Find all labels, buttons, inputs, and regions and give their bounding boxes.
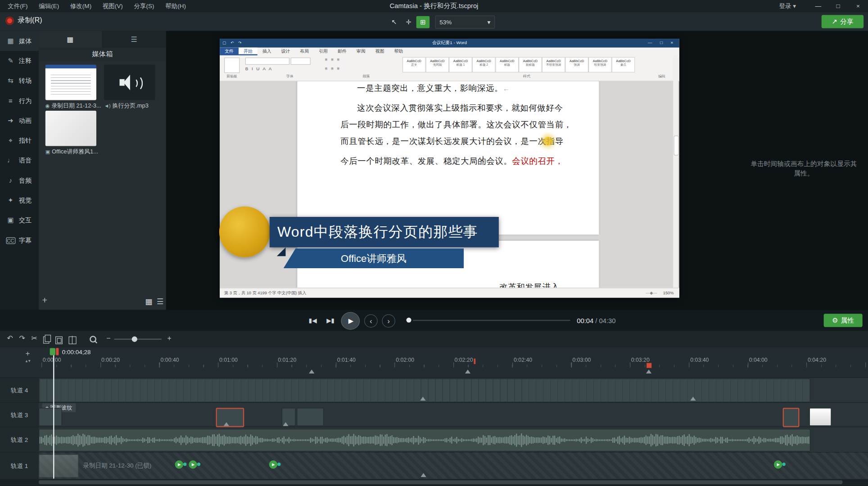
media-item-recording-label[interactable]: ◉ 录制日期 21-12-3... xyxy=(45,102,103,109)
menu-view[interactable]: 视图(V) xyxy=(98,0,127,12)
sidebar-item-audio[interactable]: ♪音频 xyxy=(0,171,39,190)
cursor-effect-marker[interactable]: ▶ xyxy=(189,460,197,468)
split-clip-button[interactable] xyxy=(68,337,76,344)
media-item-audio-thumb[interactable] xyxy=(104,65,155,100)
ruler-label: 0:04:20 xyxy=(808,357,826,363)
split-button[interactable]: ✂ xyxy=(29,334,40,342)
track-2-audio-clip[interactable] xyxy=(39,429,810,451)
playhead-line[interactable] xyxy=(53,355,54,478)
timeline-marker-red[interactable] xyxy=(646,363,651,368)
track-3-clip-selected[interactable] xyxy=(783,408,800,427)
overlay-subtitle-banner[interactable]: Office讲师雅风 xyxy=(284,248,464,268)
menu-modify[interactable]: 修改(M) xyxy=(66,0,96,12)
style-tile: AaBbCcD副标题 xyxy=(519,57,542,72)
sidebar-item-animations[interactable]: ➜动画 xyxy=(0,111,39,130)
timeline-ruler[interactable]: 0:00:00 0:00:20 0:00:40 0:01:00 0:01:20 … xyxy=(39,356,868,368)
cursor-effect-marker[interactable]: ▶ xyxy=(175,460,183,468)
record-button[interactable]: 录制(R) xyxy=(5,15,42,25)
add-track-button[interactable]: + xyxy=(26,349,30,358)
step-forward-button[interactable]: ▶▮ xyxy=(326,315,335,325)
canvas-area[interactable]: 会议纪要1 - Word ▢ ↶ ↷ — □ × 文件 开始 插入 设计 布局 … xyxy=(166,31,868,310)
hscrollbar-thumb[interactable] xyxy=(39,480,842,484)
play-button[interactable]: ▶ xyxy=(341,312,360,329)
timeline-zoom-handle[interactable] xyxy=(132,337,137,342)
word-ribbon-tabs: 文件 开始 插入 设计 布局 引用 邮件 审阅 视图 帮助 xyxy=(220,48,679,56)
sidebar-item-visual[interactable]: ✦视觉 xyxy=(0,190,39,210)
jump-start-button[interactable]: ▮◀ xyxy=(308,315,318,325)
overlay-title-banner[interactable]: Word中段落换行分页的那些事 xyxy=(270,217,499,248)
media-tab-list[interactable]: ☰ xyxy=(102,31,166,48)
previous-clip-button[interactable]: ‹ xyxy=(364,314,378,328)
scrubber-handle[interactable] xyxy=(407,318,411,323)
clip-marker[interactable] xyxy=(690,397,696,401)
scrubber-track[interactable] xyxy=(413,320,570,321)
keyframe-marker[interactable] xyxy=(465,369,470,374)
track-3-header[interactable]: 轨道 3 xyxy=(0,402,39,427)
keyframe-marker[interactable] xyxy=(309,369,314,374)
copy-button[interactable] xyxy=(43,337,50,344)
pan-tool[interactable]: ✛ xyxy=(402,16,416,28)
word-ribbon: B I U A A ≡ ≡ ≡ ≡ ≡ ≡ AaBbCcD正文 AaBbCcD无… xyxy=(220,55,679,81)
track-3-clip-selected[interactable] xyxy=(216,408,244,427)
group-label-styles: 样式 xyxy=(523,74,530,79)
sidebar-item-annotations[interactable]: ✎注释 xyxy=(0,51,39,71)
timeline-zoom-track[interactable] xyxy=(114,339,162,340)
close-button[interactable]: × xyxy=(848,0,868,12)
track-3-clip[interactable] xyxy=(39,408,62,426)
paste-button[interactable] xyxy=(55,337,63,344)
timeline-hscrollbar[interactable] xyxy=(0,479,868,486)
menu-help[interactable]: 帮助(H) xyxy=(161,0,190,12)
sidebar-item-interactivity[interactable]: ▣交互 xyxy=(0,210,39,230)
add-media-button[interactable]: + xyxy=(42,296,47,306)
track-4-header[interactable]: 轨道 4 xyxy=(0,378,39,403)
cursor-effect-marker[interactable]: ▶ xyxy=(774,460,782,468)
sidebar-item-cursor[interactable]: ⌖指针 xyxy=(0,130,39,150)
clip-marker[interactable] xyxy=(420,473,426,477)
timeline-marker-red[interactable] xyxy=(474,359,476,364)
sidebar-item-transitions[interactable]: ⇆转场 xyxy=(0,71,39,90)
media-item-image-thumb[interactable] xyxy=(45,111,96,146)
canvas-zoom-select[interactable]: 53% ▾ xyxy=(435,15,495,29)
clip-marker[interactable] xyxy=(420,397,425,401)
properties-button[interactable]: ⚙ 属性 xyxy=(824,314,863,327)
share-button[interactable]: ↗ 分享 xyxy=(822,15,863,28)
cursor-effect-marker[interactable]: ▶ xyxy=(269,460,277,468)
next-clip-button[interactable]: › xyxy=(382,314,395,328)
media-item-recording-thumb[interactable] xyxy=(45,65,96,100)
playhead-in-handle[interactable] xyxy=(50,348,55,355)
sidebar-item-media[interactable]: ▦媒体 xyxy=(0,31,39,51)
track-3-lane[interactable] xyxy=(39,402,868,427)
track-2-header[interactable]: 轨道 2 xyxy=(0,427,39,453)
sidebar-item-behaviors[interactable]: ≡行为 xyxy=(0,91,39,111)
timeline-zoom-out-button[interactable]: − xyxy=(103,334,114,342)
grid-view-button[interactable]: ▦ xyxy=(145,297,152,306)
sidebar-item-voice[interactable]: ♩语音 xyxy=(0,150,39,170)
redo-button[interactable]: ↷ xyxy=(17,334,28,342)
overlay-yellow-circle[interactable] xyxy=(219,207,270,257)
edit-cursor-tool[interactable]: ↖ xyxy=(388,16,401,28)
playhead-out-handle[interactable] xyxy=(56,348,59,355)
media-tab-bin[interactable]: ▦ xyxy=(39,31,102,48)
menu-share[interactable]: 分享(S) xyxy=(130,0,159,12)
track-3-image-clip[interactable] xyxy=(809,408,832,426)
track-height-toggle[interactable]: ▴▾ xyxy=(26,359,31,364)
menu-edit[interactable]: 编辑(E) xyxy=(34,0,63,12)
clip-marker[interactable] xyxy=(224,422,229,426)
word-tab: 邮件 xyxy=(333,48,352,55)
timeline-zoom-in-button[interactable]: + xyxy=(164,334,175,342)
login-menu[interactable]: 登录 ▾ xyxy=(775,0,800,12)
list-view-button[interactable]: ☰ xyxy=(157,297,163,306)
sidebar-item-captions[interactable]: CC字幕 xyxy=(0,230,39,250)
media-item-audio-label[interactable]: ◄) 换行分页.mp3 xyxy=(104,102,162,109)
clip-marker[interactable] xyxy=(283,422,288,426)
crop-tool[interactable]: ⊞ xyxy=(416,16,430,28)
keyframe-marker[interactable] xyxy=(646,369,651,374)
track-3-clip[interactable] xyxy=(297,408,324,426)
track-1-recording-clip[interactable] xyxy=(39,454,79,477)
media-item-image-label[interactable]: ▣ Office讲师雅风1... xyxy=(45,148,103,155)
maximize-button[interactable]: □ xyxy=(828,0,848,12)
menu-file[interactable]: 文件(F) xyxy=(3,0,32,12)
minimize-button[interactable]: — xyxy=(808,0,828,12)
track-1-header[interactable]: 轨道 1 xyxy=(0,452,39,479)
undo-button[interactable]: ↶ xyxy=(5,334,16,342)
